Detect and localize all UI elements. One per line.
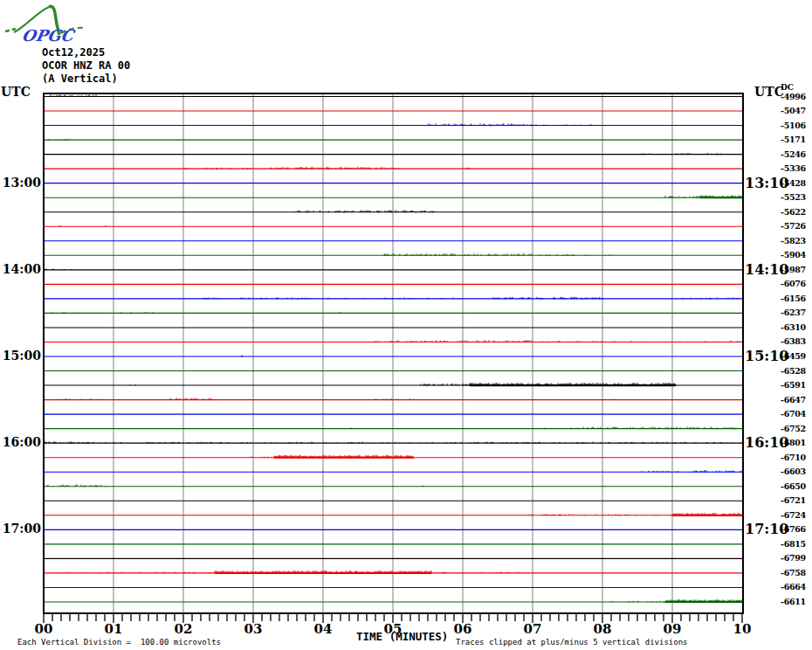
x-tick-label: 05 — [382, 621, 404, 637]
dc-offset-value: -6076 — [781, 279, 812, 288]
dc-offset-value: -6383 — [781, 336, 812, 346]
x-tick-label: 08 — [591, 621, 614, 637]
x-tick-label: 09 — [661, 621, 684, 637]
left-hour-label: 16:00 — [0, 435, 41, 449]
left-hour-label: 13:00 — [0, 176, 41, 190]
x-tick-label: 03 — [242, 621, 265, 637]
dc-offset-value: -6650 — [781, 481, 812, 491]
dc-offset-value: -6647 — [781, 395, 812, 405]
dc-offset-value: -5428 — [781, 178, 812, 188]
helicorder-plot — [0, 0, 812, 650]
dc-offset-value: -5904 — [781, 250, 812, 259]
dc-offset-value: -4996 — [781, 92, 812, 101]
dc-offset-value: -6459 — [781, 351, 812, 361]
dc-offset-value: -6801 — [781, 438, 812, 447]
dc-offset-value: -6766 — [781, 524, 812, 534]
x-tick-label: 07 — [521, 621, 544, 637]
clip-note: Traces clipped at plus/minus 5 vertical … — [456, 638, 688, 647]
left-hour-label: 15:00 — [0, 349, 41, 363]
x-tick-label: 01 — [102, 621, 125, 637]
dc-offset-value: -5336 — [781, 163, 812, 173]
dc-offset-value: -6710 — [781, 453, 812, 462]
x-tick-label: 04 — [312, 621, 334, 637]
dc-offset-value: -5171 — [781, 135, 812, 144]
dc-offset-value: -5726 — [781, 221, 812, 231]
dc-offset-value: -5823 — [781, 236, 812, 245]
x-tick-label: 02 — [172, 621, 195, 637]
dc-offset-value: -6799 — [781, 553, 812, 563]
dc-offset-value: -6528 — [781, 366, 812, 376]
dc-offset-value: -6704 — [781, 409, 812, 418]
dc-offset-value: -6758 — [781, 568, 812, 577]
x-tick-label: 00 — [32, 621, 55, 637]
dc-offset-value: -6156 — [781, 294, 812, 303]
dc-offset-value: -5047 — [781, 106, 812, 115]
scale-note: Each Vertical Division = 100.00 microvol… — [17, 638, 221, 647]
x-tick-label: 10 — [731, 621, 754, 637]
left-hour-label: 14:00 — [0, 262, 41, 276]
dc-offset-value: -6603 — [781, 467, 812, 476]
dc-offset-value: -6815 — [781, 539, 812, 549]
dc-offset-value: -5246 — [781, 149, 812, 159]
dc-offset-value: -6591 — [781, 380, 812, 390]
dc-offset-value: -5987 — [781, 265, 812, 274]
dc-offset-value: -6721 — [781, 495, 812, 505]
dc-offset-value: -5622 — [781, 207, 812, 217]
dc-offset-value: -6752 — [781, 424, 812, 433]
dc-offset-value: -5106 — [781, 121, 812, 130]
dc-offset-value: -6310 — [781, 322, 812, 332]
dc-offset-value: -6664 — [781, 582, 812, 591]
dc-offset-value: -5523 — [781, 192, 812, 202]
dc-offset-value: -6724 — [781, 510, 812, 520]
left-hour-label: 17:00 — [0, 522, 41, 536]
dc-offset-value: -6237 — [781, 308, 812, 317]
webicorder-page: OPGC Oct12,2025 OCOR HNZ RA 00 (A Vertic… — [0, 0, 812, 650]
dc-offset-value: -6611 — [781, 597, 812, 606]
x-tick-label: 06 — [451, 621, 474, 637]
